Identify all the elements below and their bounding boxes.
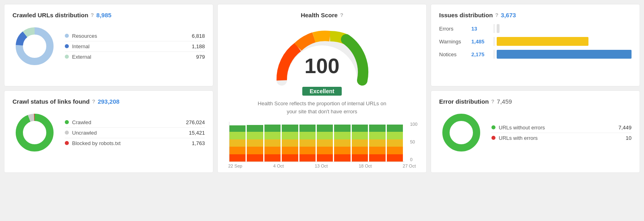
warnings-bar bbox=[497, 37, 588, 46]
crawl-status-count: 293,208 bbox=[98, 98, 120, 105]
bar-col-9 bbox=[387, 123, 403, 162]
bar-segment bbox=[229, 125, 246, 132]
crawled-urls-count: 8,985 bbox=[96, 12, 111, 18]
bar-segment bbox=[387, 139, 403, 147]
crawl-status-label: Crawl status of links found bbox=[12, 98, 90, 105]
internal-label: Internal bbox=[72, 43, 89, 49]
y-label-100: 100 bbox=[410, 122, 417, 127]
warnings-divider bbox=[494, 37, 494, 46]
blocked-dot bbox=[65, 141, 69, 145]
crawl-status-donut bbox=[12, 110, 57, 155]
bar-segment bbox=[352, 154, 368, 162]
issues-dist-help-icon[interactable]: ? bbox=[495, 12, 498, 18]
bar-segment bbox=[352, 147, 368, 154]
error-dist-donut-svg bbox=[439, 110, 483, 155]
bar-segment bbox=[229, 139, 246, 147]
bar-segment bbox=[352, 139, 368, 147]
crawled-label: Crawled bbox=[72, 119, 91, 125]
bar-segment bbox=[387, 125, 403, 132]
bar-segment bbox=[282, 147, 298, 154]
with-errors-dot bbox=[491, 136, 495, 140]
bar-segment bbox=[247, 125, 263, 132]
crawled-urls-title: Crawled URLs distribution ? 8,985 bbox=[12, 12, 205, 18]
bar-chart-wrapper: 100 50 0 bbox=[229, 122, 405, 162]
bar-col-5 bbox=[317, 123, 333, 162]
bar-col-1 bbox=[247, 123, 263, 162]
external-label: External bbox=[72, 54, 91, 60]
x-label-18oct: 18 Oct bbox=[359, 164, 372, 168]
bar-segment bbox=[229, 154, 246, 162]
error-dist-card: Error distribution ? 7,459 URLs without … bbox=[431, 90, 640, 173]
internal-value: 1,188 bbox=[192, 43, 205, 49]
bar-segment bbox=[299, 125, 316, 132]
bar-segment bbox=[299, 147, 316, 154]
notices-label: Notices bbox=[439, 51, 471, 57]
bar-segment bbox=[247, 147, 263, 154]
bar-segment bbox=[369, 132, 385, 139]
bar-segment bbox=[334, 125, 350, 132]
y-label-0: 0 bbox=[410, 157, 417, 162]
crawl-status-card: Crawl status of links found ? 293,208 bbox=[4, 90, 213, 173]
crawled-urls-donut bbox=[12, 24, 57, 68]
notices-bar bbox=[497, 50, 632, 59]
bar-segment bbox=[369, 154, 385, 162]
health-badge: Excellent bbox=[302, 87, 341, 96]
notices-divider bbox=[494, 50, 494, 59]
blocked-label: Blocked by robots.txt bbox=[72, 140, 121, 146]
health-score-help-icon[interactable]: ? bbox=[340, 12, 343, 18]
crawled-urls-help-icon[interactable]: ? bbox=[91, 12, 94, 18]
errors-count: 13 bbox=[471, 26, 491, 32]
crawled-urls-label: Crawled URLs distribution bbox=[12, 12, 88, 18]
svg-point-11 bbox=[450, 121, 473, 144]
error-dist-title: Error distribution ? 7,459 bbox=[439, 98, 632, 105]
issues-row-notices: Notices 2,175 bbox=[439, 50, 632, 59]
crawled-urls-legend: Resources 6,818 Internal 1,188 External bbox=[65, 31, 205, 62]
error-dist-legend: URLs without errors 7,449 URLs with erro… bbox=[491, 123, 632, 143]
bar-segment bbox=[352, 125, 368, 132]
no-errors-label: URLs without errors bbox=[499, 125, 545, 131]
legend-item-crawled: Crawled 276,024 bbox=[65, 117, 205, 128]
crawled-urls-donut-svg bbox=[12, 24, 57, 68]
health-score-label: Health Score bbox=[301, 12, 338, 18]
notices-count: 2,175 bbox=[471, 51, 491, 57]
issues-row-warnings: Warnings 1,485 bbox=[439, 37, 632, 46]
crawled-dot bbox=[65, 120, 69, 124]
bar-segment bbox=[282, 154, 298, 162]
svg-point-3 bbox=[23, 35, 46, 57]
blocked-value: 1,763 bbox=[192, 140, 205, 146]
dashboard: Crawled URLs distribution ? 8,985 bbox=[4, 4, 640, 173]
error-dist-help-icon[interactable]: ? bbox=[491, 98, 494, 104]
crawl-status-content: Crawled 276,024 Uncrawled 15,421 Blocked… bbox=[12, 110, 205, 155]
bar-segment bbox=[299, 139, 316, 147]
bar-col-2 bbox=[264, 123, 281, 162]
health-chart: 100 50 0 22 Sep 4 Oct 13 Oct 18 Oct 27 O… bbox=[226, 122, 418, 168]
bar-segment bbox=[264, 125, 281, 132]
resources-dot bbox=[65, 34, 69, 38]
bar-segment bbox=[369, 147, 385, 154]
bar-segment bbox=[299, 154, 316, 162]
bar-segment bbox=[247, 154, 263, 162]
crawl-status-help-icon[interactable]: ? bbox=[92, 98, 95, 104]
legend-item-no-errors: URLs without errors 7,449 bbox=[491, 123, 632, 133]
errors-bar bbox=[497, 24, 500, 33]
bar-segment bbox=[317, 132, 333, 139]
notices-bar-container bbox=[497, 50, 632, 59]
bar-segment bbox=[387, 154, 403, 162]
bar-col-6 bbox=[334, 123, 350, 162]
no-errors-dot bbox=[491, 125, 495, 129]
bar-segment bbox=[229, 132, 246, 139]
bar-col-7 bbox=[352, 123, 368, 162]
external-value: 979 bbox=[196, 54, 205, 60]
bar-segment bbox=[264, 154, 281, 162]
bar-segment bbox=[282, 125, 298, 132]
errors-bar-container bbox=[497, 24, 632, 33]
bar-col-8 bbox=[369, 123, 385, 162]
errors-divider bbox=[494, 24, 494, 33]
bar-segment bbox=[299, 132, 316, 139]
bar-segment bbox=[317, 139, 333, 147]
bar-segment bbox=[387, 147, 403, 154]
external-dot bbox=[65, 55, 69, 59]
bar-col-4 bbox=[299, 123, 316, 162]
health-gauge: 100 bbox=[274, 28, 370, 84]
error-dist-content: URLs without errors 7,449 URLs with erro… bbox=[439, 110, 632, 155]
